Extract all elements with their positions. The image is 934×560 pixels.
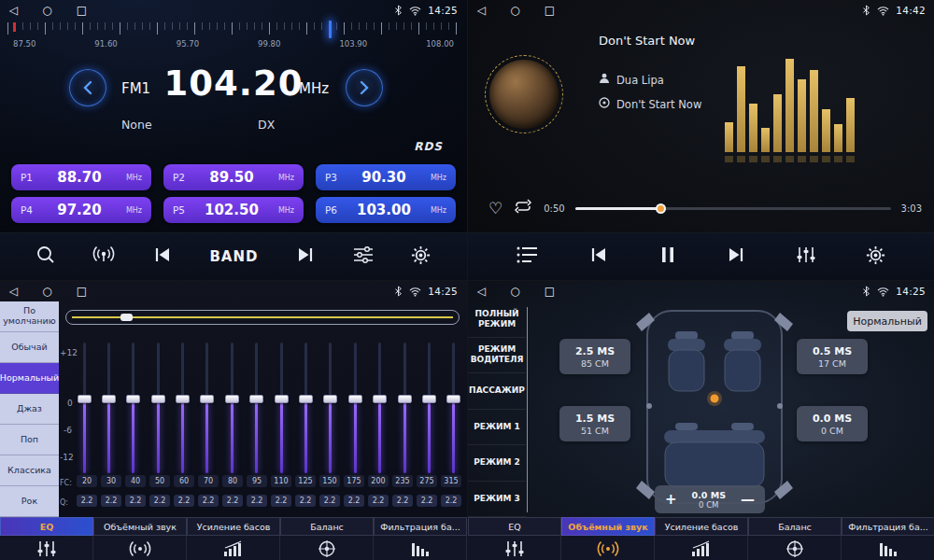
eq-band-handle[interactable] (249, 395, 263, 403)
radio-preset-button[interactable]: P6 103.00 MHz (316, 197, 456, 223)
eq-preset-item[interactable]: Джаз (0, 394, 59, 425)
eq-preset-item[interactable]: Рок (0, 486, 59, 517)
eq-band-slider[interactable] (446, 343, 461, 473)
eq-band-handle[interactable] (151, 395, 165, 403)
radio-preset-button[interactable]: P4 97.20 MHz (11, 197, 151, 223)
listening-mode-item[interactable]: РЕЖИМ 2 (468, 445, 526, 482)
nav-back-button[interactable]: ◁ (9, 0, 18, 21)
eq-band-handle[interactable] (299, 395, 313, 403)
master-fader[interactable] (65, 310, 460, 325)
eq-band-handle[interactable] (200, 395, 214, 403)
nav-recent-button[interactable]: □ (545, 0, 555, 21)
delay-front-left[interactable]: 2.5 MS 85 CM (559, 339, 630, 374)
eq-band-handle[interactable] (446, 395, 460, 403)
pause-button[interactable] (658, 245, 677, 268)
master-fader-handle[interactable] (120, 314, 133, 321)
tab-surround[interactable]: Объёмный звук (561, 517, 655, 560)
nav-home-button[interactable]: ○ (42, 0, 51, 21)
search-stations-button[interactable] (35, 245, 56, 269)
eq-band-handle[interactable] (78, 395, 92, 403)
eq-band-handle[interactable] (102, 395, 116, 403)
nav-recent-button[interactable]: □ (77, 0, 87, 21)
eq-band-slider[interactable] (150, 343, 165, 473)
eq-band-slider[interactable] (224, 343, 239, 473)
tab-balance[interactable]: Баланс (748, 517, 842, 560)
band-button[interactable]: BAND (209, 248, 258, 265)
eq-band-slider[interactable] (249, 343, 264, 473)
nav-home-button[interactable]: ○ (510, 281, 519, 301)
tab-balance[interactable]: Баланс (280, 517, 374, 560)
tab-eq[interactable]: EQ (0, 517, 93, 560)
settings-gear-button[interactable] (410, 245, 432, 270)
eq-preset-item[interactable]: Поп (0, 425, 59, 455)
eq-preset-item[interactable]: Обычай (0, 332, 59, 363)
eq-band-slider[interactable] (347, 343, 362, 473)
surround-preset-button[interactable]: Нормальный (847, 311, 927, 331)
favorite-heart-button[interactable]: ♡ (488, 201, 502, 217)
delay-rear-right[interactable]: 0.0 MS 0 CM (797, 406, 868, 441)
tab-bass-boost[interactable]: Усиление басов (655, 517, 748, 560)
radio-preset-button[interactable]: P3 90.30 MHz (316, 164, 456, 190)
eq-band-slider[interactable] (323, 343, 338, 473)
previous-track-button[interactable] (587, 245, 610, 268)
listening-mode-item[interactable]: ПАССАЖИР (468, 373, 526, 410)
playlist-button[interactable] (517, 245, 539, 268)
eq-band-slider[interactable] (101, 343, 116, 473)
nav-recent-button[interactable]: □ (77, 281, 87, 301)
delay-decrease-button[interactable]: — (741, 493, 755, 507)
repeat-button[interactable] (513, 199, 533, 217)
eq-band-slider[interactable] (421, 343, 436, 473)
previous-station-button[interactable] (151, 245, 174, 268)
progress-knob[interactable] (656, 203, 666, 214)
tab-filter[interactable]: Фильтрация ба... (842, 517, 934, 560)
eq-band-handle[interactable] (323, 395, 337, 403)
listening-mode-item[interactable]: РЕЖИМ ВОДИТЕЛЯ (468, 338, 526, 374)
mixer-button[interactable] (352, 245, 375, 268)
eq-band-slider[interactable] (299, 343, 314, 473)
eq-band-slider[interactable] (397, 343, 412, 473)
radio-preset-button[interactable]: P5 102.50 MHz (163, 197, 304, 223)
eq-preset-item[interactable]: Нормальный (0, 363, 59, 394)
tab-bass-boost[interactable]: Усиление басов (187, 517, 280, 560)
nav-back-button[interactable]: ◁ (477, 0, 486, 21)
eq-band-slider[interactable] (126, 343, 141, 473)
eq-band-handle[interactable] (422, 395, 436, 403)
eq-band-handle[interactable] (176, 395, 190, 403)
eq-band-handle[interactable] (348, 395, 362, 403)
nav-home-button[interactable]: ○ (510, 0, 519, 21)
nav-back-button[interactable]: ◁ (477, 281, 486, 301)
tab-eq[interactable]: EQ (468, 517, 561, 560)
listening-mode-item[interactable]: ПОЛНЫЙ РЕЖИМ (468, 301, 526, 338)
frequency-ruler[interactable]: 87.5091.6095.7099.80103.90108.00 (7, 22, 460, 54)
next-station-button[interactable] (294, 245, 317, 268)
progress-bar[interactable] (575, 207, 891, 210)
eq-band-slider[interactable] (274, 343, 289, 473)
next-track-button[interactable] (725, 245, 747, 268)
broadcast-icon-button[interactable] (92, 245, 116, 269)
tab-surround[interactable]: Объёмный звук (93, 517, 187, 560)
listening-mode-item[interactable]: РЕЖИМ 3 (468, 482, 526, 518)
eq-band-handle[interactable] (225, 395, 239, 403)
eq-band-handle[interactable] (398, 395, 412, 403)
nav-recent-button[interactable]: □ (545, 281, 555, 301)
seek-up-button[interactable] (346, 69, 383, 106)
eq-band-slider[interactable] (200, 343, 215, 473)
eq-band-slider[interactable] (176, 343, 191, 473)
eq-preset-item[interactable]: Классика (0, 455, 59, 486)
eq-band-slider[interactable] (77, 343, 92, 473)
eq-band-handle[interactable] (126, 395, 140, 403)
radio-preset-button[interactable]: P2 89.50 MHz (163, 164, 304, 190)
nav-home-button[interactable]: ○ (42, 281, 51, 301)
equalizer-button[interactable] (796, 245, 816, 268)
nav-back-button[interactable]: ◁ (9, 281, 18, 301)
eq-band-handle[interactable] (275, 395, 289, 403)
delay-rear-left[interactable]: 1.5 MS 51 CM (559, 406, 630, 441)
eq-band-slider[interactable] (373, 343, 388, 473)
delay-increase-button[interactable]: + (665, 493, 677, 507)
radio-preset-button[interactable]: P1 88.70 MHz (11, 164, 151, 190)
eq-preset-item[interactable]: По умолчанию (0, 301, 59, 332)
eq-band-handle[interactable] (373, 395, 387, 403)
settings-gear-button[interactable] (865, 245, 886, 270)
listening-mode-item[interactable]: РЕЖИМ 1 (468, 410, 526, 446)
delay-front-right[interactable]: 0.5 MS 17 CM (797, 339, 868, 374)
